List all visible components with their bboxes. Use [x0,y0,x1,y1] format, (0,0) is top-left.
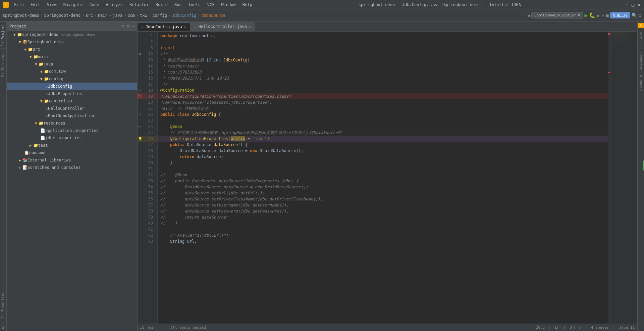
tree-item-jdbc-props[interactable]: 📄 jdbc.properties [7,134,137,142]
code-line-30: } [158,160,608,166]
panel-minimize-button[interactable]: — [132,24,135,29]
right-sidebar: A Ant Database m Maven [637,21,644,331]
debug-button[interactable]: 🐛 [589,12,596,18]
menu-tools[interactable]: Tools [186,1,203,8]
tree-item-test[interactable]: ▶ 📁 test [7,142,137,149]
tab-jdbcconfig[interactable]: ☕ JdbcConfig.java ✕ [138,22,190,31]
tree-item-hellocontroller[interactable]: ☕ HelloController [7,105,137,112]
line-separator[interactable]: LF [555,325,559,330]
tree-item-pom[interactable]: 📋 pom.xml [7,149,137,156]
tab-close-hellocontroller[interactable]: ✕ [249,25,251,29]
menu-run[interactable]: Run [172,1,184,8]
menu-code[interactable]: Code [87,1,102,8]
code-line-26: @ConfigurationProperties( prefix = "jdbc… [158,136,608,142]
breadcrumb-main[interactable]: main [98,13,108,18]
annotation-icon-18: ✦ [138,89,143,92]
tab-ant[interactable]: Ant [638,30,644,42]
code-line-2 [158,39,608,45]
tab-close-jdbcconfig[interactable]: ✕ [184,25,186,29]
indent-info[interactable]: 4 spaces [591,325,609,330]
line-19: 🚫 19 [138,93,157,99]
breadcrumb-config[interactable]: config [152,13,167,18]
tree-item-label: springboot-demo ~/springboot-demo [22,32,95,37]
tab-favorites[interactable]: 2: Favorites [0,290,6,320]
code-content[interactable]: package com.txw.config; import ... /** [158,32,608,324]
menu-help[interactable]: Help [240,1,255,8]
line-39: 39 [138,214,157,220]
run-button[interactable]: ▶ [584,12,588,18]
tab-maven[interactable]: m Maven [638,73,644,93]
tree-item-springboot-demo-module[interactable]: ▼ 📦 Springboot-demo [7,38,137,46]
breadcrumb: springboot-demo › Springboot-demo › src … [3,13,525,18]
tree-item-springboot-demo[interactable]: ▼ 📁 springboot-demo ~/springboot-demo [7,31,137,38]
menu-refactor[interactable]: Refactor [127,1,152,8]
maximize-button[interactable]: □ [631,2,635,7]
tree-item-controller[interactable]: ▼ 📁 controller [7,97,137,105]
breadcrumb-com[interactable]: com [127,13,135,18]
tab-structure[interactable]: 2: Structure [0,48,6,79]
breadcrumb-src[interactable]: src [86,13,93,18]
tree-item-java[interactable]: ▼ 📁 java [7,60,137,68]
tree-item-scratches[interactable]: ▶ 📝 Scratches and Consoles [7,164,137,171]
stop-button[interactable]: ■ [606,13,608,18]
line-30: 30 [138,160,157,166]
scroll-thumb[interactable] [643,160,644,171]
menu-file[interactable]: File [11,1,26,8]
breadcrumb-module[interactable]: Springboot-demo [44,13,80,18]
line-43: 43 [138,238,157,244]
tab-project[interactable]: 1: Project [0,21,6,48]
line-num-1: 1 [143,34,155,38]
code-line-34: // DruidDataSource dataSource = new Drui… [158,184,608,190]
breadcrumb-datasource[interactable]: dataSource [201,13,225,18]
tree-item-external-libraries[interactable]: ▶ 📚 External Libraries [7,156,137,164]
panel-layout-button[interactable]: ⊞ [127,24,129,29]
back-button[interactable]: ◀ [527,13,530,18]
close-button[interactable]: ✕ [637,2,641,7]
menu-build[interactable]: Build [153,1,170,8]
menu-view[interactable]: View [44,1,59,8]
tree-item-jdbcproperties[interactable]: ☕ JdbcProperties [7,90,137,97]
menu-analyze[interactable]: Analyze [103,1,125,8]
toolbar: springboot-demo › Springboot-demo › src … [0,9,644,21]
menu-navigate[interactable]: Navigate [61,1,86,8]
tree-item-config[interactable]: ▼ 📁 config [7,75,137,83]
settings-button[interactable]: ⚙ [639,13,641,18]
encoding[interactable]: UTF-8 [570,325,581,330]
line-2: 2 [138,39,157,45]
code-editor: 1 2 3 ≡ 12 [138,32,637,324]
coverage-button[interactable]: ▶ [597,13,600,18]
fold-icon-12[interactable]: ≡ [138,52,143,56]
tree-item-main[interactable]: ▼ 📁 main [7,53,137,60]
tree-item-jdbcconfig[interactable]: ☕ JdbcConfig [7,83,137,90]
tab-web[interactable]: Web [0,320,6,331]
menu-vcs[interactable]: VCS [205,1,217,8]
line-35: 35 [138,190,157,196]
run-config-selector[interactable]: BootDemoApplication ▼ [531,12,583,18]
tab-label-jdbcconfig: JdbcConfig.java [146,25,182,29]
tab-hellocontroller[interactable]: ☕ HelloController.java ✕ [190,22,255,31]
online-button[interactable]: 加速上传 [610,12,630,18]
breadcrumb-jdbcconfig[interactable]: JdbcConfig [172,13,196,18]
menu-edit[interactable]: Edit [28,1,43,8]
line-42: 42 [138,232,157,238]
breadcrumb-java[interactable]: java [113,13,122,18]
line-15: 15 [138,69,157,75]
panel-settings-button[interactable]: ⚙ [122,24,124,29]
search-everywhere-button[interactable]: 🔍 [632,13,637,18]
tree-item-comtxw[interactable]: ▼ 📁 com.txw [7,68,137,75]
git-branch[interactable]: ⎇ main [140,325,156,330]
tree-item-resources[interactable]: ▼ 📁 resources [7,120,137,127]
menu-window[interactable]: Window [218,1,238,8]
line-27: 27 [138,142,157,148]
tree-item-application-props[interactable]: 📄 application.properties [7,127,137,134]
tab-database[interactable]: Database [638,50,644,73]
line-31: 31 [138,166,157,172]
profile-button[interactable]: ⚡ [601,12,604,18]
status-separator-2: | [549,325,551,330]
line-32: 32 [138,172,157,178]
tree-item-bootdemoapplication[interactable]: ☕ BootDemoApplication [7,112,137,120]
minimize-button[interactable]: ─ [625,2,629,7]
tree-item-src[interactable]: ▼ 📁 src [7,46,137,53]
breadcrumb-txw[interactable]: txw [140,13,147,18]
breadcrumb-project[interactable]: springboot-demo [3,13,39,18]
